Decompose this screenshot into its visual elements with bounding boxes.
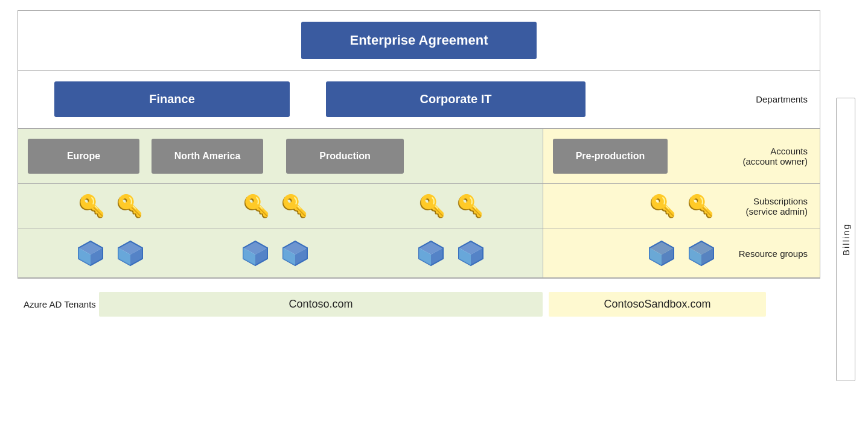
north-america-subscription-group: 🔑 🔑 [219, 194, 331, 219]
key-icon-3: 🔑 [243, 194, 270, 219]
key-icon-6: 🔑 [456, 194, 483, 219]
cube-icon-1 [76, 239, 105, 268]
cube-icon-5 [416, 239, 445, 268]
production-account-box: Production [286, 139, 404, 174]
north-america-resource-group [219, 239, 331, 268]
pre-production-account-box: Pre-production [553, 139, 668, 174]
departments-label: Departments [756, 94, 808, 104]
azure-ad-tenants-label: Azure AD Tenants [18, 299, 99, 309]
europe-account-box: Europe [28, 139, 139, 174]
finance-dept-box: Finance [54, 81, 290, 117]
enterprise-agreement-row: Enterprise Agreement [18, 11, 820, 71]
accounts-green-zone: Europe North America Production [18, 129, 543, 183]
contoso-sandbox-box: ContosoSandbox.com [549, 292, 766, 317]
subscriptions-green-zone: 🔑 🔑 🔑 🔑 🔑 🔑 [18, 184, 543, 229]
corporate-it-dept-box: Corporate IT [326, 81, 586, 117]
north-america-account-box: North America [152, 139, 263, 174]
billing-label: Billing [836, 98, 855, 381]
cube-icon-3 [241, 239, 270, 268]
key-icon-5: 🔑 [418, 194, 445, 219]
key-icon-1: 🔑 [78, 194, 105, 219]
azure-ad-row: Azure AD Tenants Contoso.com ContosoSand… [18, 285, 850, 324]
cube-icon-6 [456, 239, 485, 268]
contoso-box: Contoso.com [99, 292, 543, 317]
pre-production-resource-group [626, 239, 738, 268]
cube-icon-8 [687, 239, 716, 268]
europe-resource-group [54, 239, 166, 268]
subscriptions-sublabel: (service admin) [745, 206, 808, 217]
key-icon-8: 🔑 [687, 194, 714, 219]
cube-icon-7 [647, 239, 676, 268]
departments-row: Finance Corporate IT Departments [18, 71, 820, 128]
key-icon-7: 🔑 [649, 194, 676, 219]
production-resource-group [395, 239, 506, 268]
pre-production-subscription-group: 🔑 🔑 [626, 194, 738, 219]
cube-icon-4 [281, 239, 310, 268]
resources-green-zone [18, 229, 543, 277]
accounts-label: Accounts [742, 146, 808, 156]
production-subscription-group: 🔑 🔑 [395, 194, 506, 219]
accounts-sublabel: (account owner) [742, 156, 808, 166]
enterprise-agreement-box: Enterprise Agreement [301, 22, 536, 59]
europe-subscription-group: 🔑 🔑 [54, 194, 166, 219]
key-icon-2: 🔑 [116, 194, 143, 219]
key-icon-4: 🔑 [281, 194, 308, 219]
resource-groups-label: Resource groups [739, 248, 808, 258]
subscriptions-label: Subscriptions [745, 196, 808, 206]
cube-icon-2 [116, 239, 145, 268]
